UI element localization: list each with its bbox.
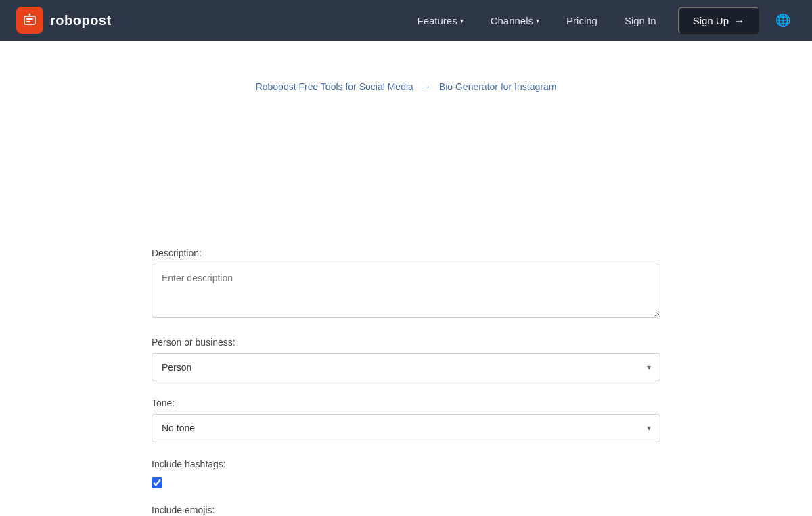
form-section: Description: Person or business: Person … [135, 248, 677, 516]
globe-icon[interactable]: 🌐 [770, 7, 796, 33]
person-or-business-select[interactable]: Person Business [152, 353, 660, 381]
breadcrumb-current: Bio Generator for Instagram [439, 81, 557, 92]
nav-links: Features ▾ Channels ▾ Pricing Sign In Si… [406, 7, 796, 34]
navbar: robopost Features ▾ Channels ▾ Pricing S… [0, 0, 812, 41]
ad-space [135, 112, 677, 220]
description-group: Description: [152, 248, 660, 321]
brand-name: robopost [50, 13, 112, 28]
tone-group: Tone: No tone Professional Casual Friend… [152, 398, 660, 442]
svg-rect-0 [24, 16, 35, 24]
include-emojis-group: Include emojis: [152, 505, 660, 516]
include-hashtags-label: Include hashtags: [152, 459, 660, 469]
chevron-down-icon: ▾ [536, 17, 539, 24]
brand-logo[interactable]: robopost [16, 7, 112, 34]
tone-select[interactable]: No tone Professional Casual Friendly For… [152, 414, 660, 442]
svg-rect-2 [26, 21, 30, 22]
tone-select-wrapper: No tone Professional Casual Friendly For… [152, 414, 660, 442]
logo-icon [16, 7, 43, 34]
tone-label: Tone: [152, 398, 660, 408]
main-content: Robopost Free Tools for Social Media → B… [0, 41, 812, 516]
signup-button[interactable]: Sign Up → [678, 7, 759, 34]
breadcrumb: Robopost Free Tools for Social Media → B… [0, 68, 812, 112]
person-or-business-label: Person or business: [152, 337, 660, 348]
breadcrumb-arrow: → [422, 81, 431, 92]
include-emojis-label: Include emojis: [152, 505, 660, 515]
nav-item-pricing[interactable]: Pricing [556, 9, 608, 32]
breadcrumb-parent-link[interactable]: Robopost Free Tools for Social Media [256, 81, 413, 92]
nav-item-features[interactable]: Features ▾ [406, 9, 474, 32]
svg-point-3 [29, 14, 31, 16]
nav-item-channels[interactable]: Channels ▾ [480, 9, 550, 32]
include-hashtags-group: Include hashtags: [152, 459, 660, 488]
nav-item-signin[interactable]: Sign In [614, 9, 667, 32]
description-textarea[interactable] [152, 264, 660, 318]
person-or-business-select-wrapper: Person Business ▾ [152, 353, 660, 381]
chevron-down-icon: ▾ [460, 17, 464, 24]
person-or-business-group: Person or business: Person Business ▾ [152, 337, 660, 381]
description-label: Description: [152, 248, 660, 258]
svg-rect-1 [26, 18, 33, 20]
include-hashtags-checkbox[interactable] [152, 477, 162, 488]
